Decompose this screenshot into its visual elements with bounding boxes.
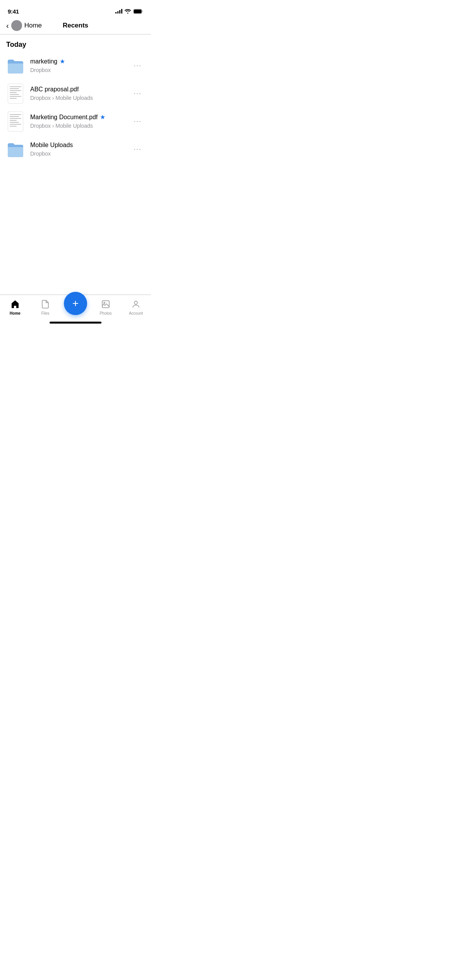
file-name: Marketing Document.pdf xyxy=(30,114,98,121)
svg-rect-1 xyxy=(134,9,142,13)
nav-bar: ‹ Home Recents xyxy=(0,17,151,34)
back-arrow-icon: ‹ xyxy=(6,22,9,29)
list-item[interactable]: Mobile Uploads Dropbox ··· xyxy=(0,135,151,163)
pdf-icon xyxy=(6,112,25,131)
folder-icon xyxy=(6,57,25,75)
star-icon: ★ xyxy=(100,113,105,121)
file-list: marketing ★ Dropbox ··· xyxy=(0,52,151,163)
tab-files[interactable]: Files xyxy=(30,299,60,315)
add-icon: + xyxy=(72,298,79,309)
add-button[interactable]: + xyxy=(64,292,87,315)
file-name: ABC praposal.pdf xyxy=(30,86,79,93)
more-button[interactable]: ··· xyxy=(130,86,145,101)
battery-icon xyxy=(133,9,143,14)
page-title: Recents xyxy=(63,22,88,29)
more-button[interactable]: ··· xyxy=(130,142,145,156)
back-avatar xyxy=(11,20,22,31)
tab-add[interactable]: + xyxy=(60,299,91,315)
file-info: marketing ★ Dropbox xyxy=(30,58,130,74)
account-icon xyxy=(130,299,141,310)
back-label: Home xyxy=(24,22,42,29)
files-icon xyxy=(40,299,51,310)
home-tab-label: Home xyxy=(10,311,21,315)
signal-icon xyxy=(115,9,122,14)
list-item[interactable]: marketing ★ Dropbox ··· xyxy=(0,52,151,80)
list-item[interactable]: Marketing Document.pdf ★ Dropbox › Mobil… xyxy=(0,108,151,135)
section-title: Today xyxy=(6,41,26,48)
home-indicator xyxy=(50,322,101,324)
photos-tab-label: Photos xyxy=(100,311,112,315)
folder-icon xyxy=(6,140,25,159)
status-icons xyxy=(115,9,143,14)
tab-photos[interactable]: Photos xyxy=(91,299,121,315)
account-tab-label: Account xyxy=(129,311,143,315)
svg-point-3 xyxy=(104,302,105,303)
file-path: Dropbox › Mobile Uploads xyxy=(30,123,93,129)
file-name: Mobile Uploads xyxy=(30,142,73,149)
home-icon xyxy=(10,299,21,310)
status-bar: 9:41 xyxy=(0,0,151,17)
tab-home[interactable]: Home xyxy=(0,299,30,315)
photos-icon xyxy=(100,299,111,310)
back-button[interactable]: ‹ Home xyxy=(6,20,42,31)
tab-account[interactable]: Account xyxy=(121,299,151,315)
status-time: 9:41 xyxy=(8,8,19,15)
file-path: Dropbox › Mobile Uploads xyxy=(30,95,93,101)
section-today: Today xyxy=(0,34,151,52)
file-info: ABC praposal.pdf Dropbox › Mobile Upload… xyxy=(30,86,130,101)
file-name: marketing xyxy=(30,58,57,65)
file-info: Mobile Uploads Dropbox xyxy=(30,142,130,157)
svg-point-4 xyxy=(134,301,137,304)
file-path: Dropbox xyxy=(30,67,51,73)
list-item[interactable]: ABC praposal.pdf Dropbox › Mobile Upload… xyxy=(0,80,151,108)
file-path: Dropbox xyxy=(30,151,51,157)
files-tab-label: Files xyxy=(41,311,49,315)
pdf-icon xyxy=(6,84,25,103)
wifi-icon xyxy=(125,9,131,14)
star-icon: ★ xyxy=(60,58,65,65)
more-button[interactable]: ··· xyxy=(130,58,145,73)
more-button[interactable]: ··· xyxy=(130,114,145,128)
file-info: Marketing Document.pdf ★ Dropbox › Mobil… xyxy=(30,113,130,129)
